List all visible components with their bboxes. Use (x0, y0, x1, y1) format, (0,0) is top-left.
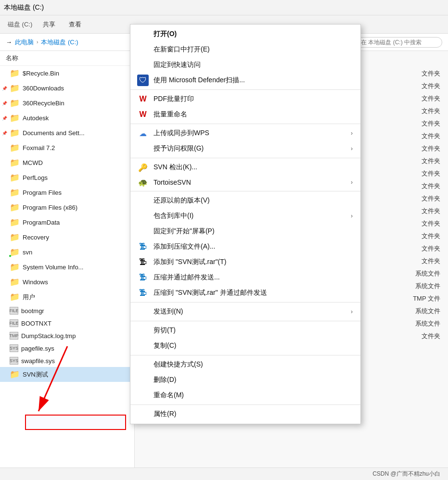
title-label: 本地磁盘 (C:) (4, 3, 44, 12)
ctx-item-label: 还原以前的版本(V) (154, 196, 210, 205)
file-item-name: ProgramData (23, 219, 130, 226)
status-bar: CSDN @广而不精zhu小白 (0, 467, 448, 480)
file-icon: FILE (10, 307, 18, 315)
share-button[interactable]: 共享 (40, 19, 58, 30)
list-item[interactable]: 📁SVN测试 (0, 367, 134, 382)
submenu-arrow-icon: › (351, 213, 353, 219)
svn-icon: 🔑 (137, 162, 149, 173)
file-type-label: 文件夹 (422, 232, 440, 240)
context-menu-separator (130, 158, 360, 158)
file-item-name: bootmgr (21, 307, 130, 315)
context-menu-item-defender[interactable]: 🛡使用 Microsoft Defender扫描... (130, 73, 360, 88)
folder-icon: 📁 (10, 277, 20, 287)
folder-icon: 📁 (10, 369, 20, 379)
folder-icon: 📁 (10, 217, 20, 227)
folder-icon: 📁 (10, 158, 20, 168)
ctx-item-label: 固定到快速访问 (154, 61, 201, 69)
list-item[interactable]: 📌📁360Downloads (0, 81, 134, 96)
breadcrumb-pc[interactable]: 此电脑 (15, 38, 34, 47)
context-menu-item-open-new-window[interactable]: 在新窗口中打开(E) (130, 42, 360, 57)
context-menu-item-open[interactable]: 打开(O) (130, 26, 360, 42)
context-menu-item-batch-rename[interactable]: W批量重命名 (130, 107, 360, 122)
wps-upload-icon: ☁ (137, 127, 149, 139)
file-type-label: 文件夹 (422, 332, 440, 341)
pin-icon: 📌 (2, 86, 7, 91)
context-menu-item-restore-version[interactable]: 还原以前的版本(V) (130, 193, 360, 208)
context-menu-item-compress-rar-email[interactable]: 🗜压缩到 "SVN测试.rar" 并通过邮件发送 (130, 285, 360, 301)
context-menu-item-send-to[interactable]: 发送到(N)› (130, 304, 360, 319)
list-item[interactable]: 📁$Recycle.Bin (0, 66, 134, 81)
folder-icon: 📁 (10, 113, 20, 123)
list-item[interactable]: 📁用户 (0, 290, 134, 304)
context-menu-item-grant-access[interactable]: 授予访问权限(G)› (130, 141, 360, 156)
list-item[interactable]: 📁MCWD (0, 155, 134, 170)
file-type-label: 文件夹 (422, 82, 440, 90)
file-item-name: 360RecycleBin (23, 100, 130, 107)
context-menu-item-tortoise-svn[interactable]: 🐢TortoiseSVN› (130, 175, 360, 189)
list-item[interactable]: TMPDumpStack.log.tmp (0, 329, 134, 342)
list-item[interactable]: 📁Program Files (x86) (0, 200, 134, 215)
file-icon: TMP (10, 332, 18, 340)
tortoise-icon: 🐢 (137, 177, 149, 188)
list-item[interactable]: 📌📁360RecycleBin (0, 96, 134, 111)
list-item[interactable]: 📁svn (0, 245, 134, 260)
context-menu-item-upload-wps[interactable]: ☁上传或同步到WPS› (130, 126, 360, 141)
zip-rar-icon: 🗜 (137, 256, 149, 268)
context-menu-item-copy[interactable]: 复制(C) (130, 338, 360, 354)
context-menu-item-svn-checkout[interactable]: 🔑SVN 检出(K)... (130, 160, 360, 175)
list-item[interactable]: 📁Program Files (0, 185, 134, 200)
list-item[interactable]: SYSswapfile.sys (0, 354, 134, 367)
context-menu-item-add-compress[interactable]: 🗜添加到压缩文件(A)... (130, 239, 360, 254)
context-menu-item-compress-email[interactable]: 🗜压缩并通过邮件发送... (130, 270, 360, 285)
context-menu-item-include-library[interactable]: 包含到库中(I)› (130, 208, 360, 224)
context-menu-item-rename[interactable]: 重命名(M) (130, 388, 360, 403)
list-item[interactable]: 📁Foxmail 7.2 (0, 140, 134, 155)
context-menu-item-cut[interactable]: 剪切(T) (130, 323, 360, 338)
breadcrumb-disk[interactable]: 本地磁盘 (C:) (41, 38, 78, 47)
file-panel-header: 名称 (0, 51, 134, 66)
file-item-name: System Volume Info... (23, 264, 130, 271)
context-menu-separator (130, 191, 360, 191)
list-item[interactable]: 📌📁Documents and Sett... (0, 126, 134, 140)
file-item-name: Program Files (x86) (23, 204, 130, 211)
file-item-name: SVN测试 (23, 370, 130, 379)
file-type-label: 文件夹 (422, 257, 440, 265)
context-menu-item-create-shortcut[interactable]: 创建快捷方式(S) (130, 357, 360, 372)
context-menu-item-pin-start[interactable]: 固定到"开始"屏幕(P) (130, 224, 360, 239)
file-item-name: Foxmail 7.2 (23, 144, 130, 152)
file-type-label: 文件夹 (422, 69, 440, 78)
list-item[interactable]: FILEbootmgr (0, 304, 134, 317)
file-item-name: MCWD (23, 159, 130, 166)
file-type-label: 文件夹 (422, 207, 440, 215)
context-menu-item-delete[interactable]: 删除(D) (130, 372, 360, 388)
folder-icon: 📁 (10, 262, 20, 272)
list-item[interactable]: 📁ProgramData (0, 215, 134, 230)
context-menu-separator (130, 321, 360, 321)
ctx-item-label: 授予访问权限(G) (154, 144, 204, 153)
ctx-item-label: 重命名(M) (154, 391, 184, 400)
file-item-name: Recovery (23, 234, 130, 241)
context-menu-item-add-rar[interactable]: 🗜添加到 "SVN测试.rar"(T) (130, 254, 360, 270)
search-input[interactable] (356, 37, 442, 48)
context-menu-item-pdf-print[interactable]: WPDF批量打印 (130, 91, 360, 107)
ctx-item-label: SVN 检出(K)... (154, 163, 197, 172)
context-menu-item-properties[interactable]: 属性(R) (130, 406, 360, 422)
file-type-label: 文件夹 (422, 244, 440, 253)
list-item[interactable]: 📁PerfLogs (0, 170, 134, 185)
zip2-icon: 🗜 (137, 272, 149, 283)
file-type-label: 文件夹 (422, 169, 440, 178)
list-item[interactable]: 📁Recovery (0, 230, 134, 245)
ctx-item-label: 压缩到 "SVN测试.rar" 并通过邮件发送 (154, 289, 267, 297)
list-item[interactable]: 📁Windows (0, 275, 134, 290)
list-item[interactable]: SYSpagefile.sys (0, 342, 134, 354)
context-menu: 打开(O)在新窗口中打开(E)固定到快速访问🛡使用 Microsoft Defe… (130, 24, 361, 424)
list-item[interactable]: 📌📁Autodesk (0, 111, 134, 126)
list-item[interactable]: FILEBOOTNXT (0, 317, 134, 329)
explorer-window: 本地磁盘 (C:) 磁盘 (C:) 共享 查看 → 此电脑 › 本地磁盘 (C:… (0, 0, 448, 480)
view-button[interactable]: 查看 (66, 19, 84, 30)
file-item-name: $Recycle.Bin (23, 70, 130, 77)
file-item-name: Autodesk (23, 114, 130, 122)
context-menu-item-pin-quick[interactable]: 固定到快速访问 (130, 57, 360, 73)
list-item[interactable]: 📁System Volume Info... (0, 260, 134, 275)
ctx-item-label: 上传或同步到WPS (154, 129, 209, 138)
